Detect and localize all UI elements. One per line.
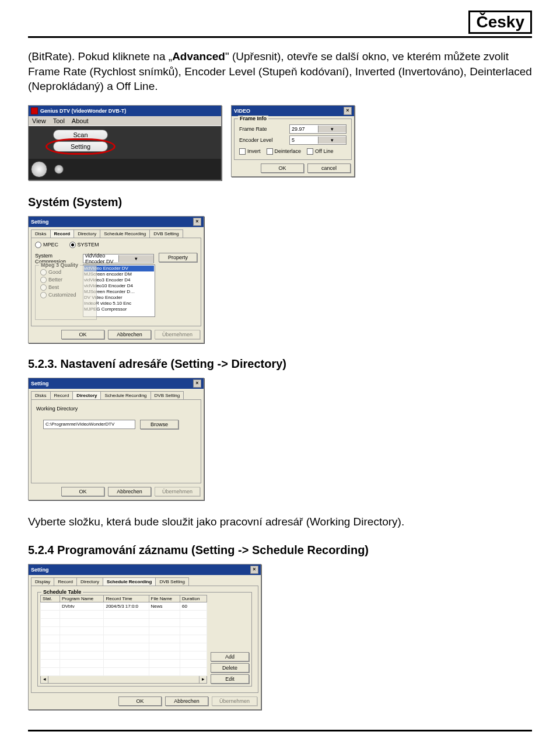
tab-directory[interactable]: Directory: [76, 577, 103, 586]
abbrechen-button[interactable]: Abbrechen: [108, 487, 151, 496]
property-button[interactable]: Property: [159, 253, 197, 262]
para-seg-a: (BitRate). Pokud kliknete na „: [28, 50, 172, 62]
menu-tool[interactable]: Tool: [53, 117, 65, 124]
table-row[interactable]: DVbtv 2004/5/3 17:0:0 News 60: [41, 602, 207, 610]
tab-dvb[interactable]: DVB Setting: [149, 229, 183, 238]
mp3-custom-radio[interactable]: Customized: [40, 292, 76, 298]
heading-524: 5.2.4 Programování záznamu (Setting -> S…: [28, 544, 532, 557]
encoder-combo[interactable]: 5▾: [289, 135, 346, 145]
add-button[interactable]: Add: [211, 652, 249, 661]
abbrechen-button[interactable]: Abbrechen: [165, 696, 208, 706]
col-program[interactable]: Program Name: [60, 595, 104, 602]
table-row[interactable]: [41, 626, 207, 635]
working-directory-input[interactable]: C:\Programme\VideoWonderDTV: [43, 420, 135, 429]
tab-disks[interactable]: Disks: [31, 229, 51, 238]
dialog-title: Setting: [31, 381, 49, 386]
abbrechen-button[interactable]: Abbrechen: [108, 330, 151, 339]
framerate-combo[interactable]: 29.97▾: [289, 124, 346, 134]
menu-view[interactable]: View: [32, 117, 46, 124]
ok-button[interactable]: OK: [118, 696, 162, 706]
ok-button[interactable]: OK: [61, 330, 104, 339]
tab-disks[interactable]: Disks: [31, 391, 51, 399]
chevron-down-icon[interactable]: ▾: [318, 126, 346, 133]
intro-paragraph: (BitRate). Pokud kliknete na „Advanced" …: [28, 49, 532, 94]
mpec-radio[interactable]: MPEC: [35, 242, 58, 248]
mp3-quality-legend: Mpeg 3 Quality: [39, 262, 80, 268]
para-seg-bold: Advanced: [172, 50, 225, 62]
deinterlace-checkbox[interactable]: Deinterlace: [267, 148, 302, 155]
system-radio[interactable]: SYSTEM: [69, 242, 99, 248]
tab-dvb[interactable]: DVB Setting: [155, 577, 189, 586]
tab-directory[interactable]: Directory: [72, 391, 101, 399]
encoder-label: Encoder Level: [239, 137, 273, 143]
tab-dvb[interactable]: DVB Setting: [150, 391, 184, 399]
dialog-title: Setting: [31, 219, 49, 225]
system-encoder-combo[interactable]: vidVideo Encoder DV▾: [83, 254, 154, 263]
ok-button[interactable]: OK: [61, 487, 104, 496]
tab-record[interactable]: Record: [54, 577, 77, 586]
offline-checkbox[interactable]: Off Line: [307, 148, 333, 155]
edit-button[interactable]: Edit: [211, 674, 249, 684]
tab-record[interactable]: Record: [50, 229, 75, 238]
schedule-table[interactable]: Stat. Program Name Record Time File Name…: [40, 595, 207, 676]
table-row[interactable]: [41, 659, 207, 667]
dialog-title: Setting: [31, 567, 49, 573]
scroll-right-icon[interactable]: ▸: [199, 676, 206, 683]
col-filename[interactable]: File Name: [149, 595, 180, 602]
uebernehmen-button[interactable]: Übernehmen: [155, 487, 200, 496]
schedule-table-legend: Schedule Table: [41, 589, 83, 595]
close-icon[interactable]: ×: [193, 379, 201, 388]
invert-checkbox[interactable]: Invert: [239, 148, 261, 155]
table-row[interactable]: [41, 635, 207, 643]
uebernehmen-button[interactable]: Übernehmen: [212, 696, 257, 706]
chevron-down-icon[interactable]: ▾: [118, 255, 154, 262]
chevron-down-icon[interactable]: ▾: [318, 137, 346, 144]
col-duration[interactable]: Duration: [180, 595, 207, 602]
toolbar-dot[interactable]: [54, 165, 64, 174]
knob-control[interactable]: [31, 161, 47, 177]
delete-button[interactable]: Delete: [211, 663, 249, 673]
scroll-left-icon[interactable]: ◂: [41, 676, 48, 683]
table-row[interactable]: [41, 618, 207, 626]
frame-info-legend: Frame Info: [238, 116, 268, 121]
tab-schedule[interactable]: Schedule Recording: [103, 577, 156, 586]
app-title: Genius DTV (VideoWonder DVB-T): [40, 108, 126, 114]
table-row[interactable]: [41, 643, 207, 651]
tab-record[interactable]: Record: [50, 391, 74, 399]
menu-about[interactable]: About: [72, 117, 89, 124]
ok-button[interactable]: OK: [261, 163, 304, 173]
rule-top: [28, 36, 532, 38]
framerate-label: Frame Rate: [239, 126, 267, 132]
close-icon[interactable]: ×: [250, 566, 258, 574]
cancel-button[interactable]: cancel: [307, 163, 351, 173]
setting-button[interactable]: Setting: [53, 141, 108, 152]
rule-bottom: [28, 730, 532, 731]
video-dialog-title: VIDEO: [234, 108, 250, 114]
mp3-best-radio[interactable]: Best: [40, 284, 59, 291]
app-icon: [31, 107, 38, 114]
language-badge: Česky: [468, 11, 532, 34]
close-icon[interactable]: ×: [344, 107, 352, 115]
browse-button[interactable]: Browse: [140, 420, 178, 429]
working-directory-label: Working Directory: [36, 406, 197, 412]
mp3-better-radio[interactable]: Better: [40, 277, 62, 283]
directory-paragraph: Vyberte složku, která bude sloužit jako …: [28, 514, 532, 529]
table-row[interactable]: [41, 610, 207, 618]
tab-directory[interactable]: Directory: [74, 229, 100, 238]
col-stat[interactable]: Stat.: [41, 595, 60, 602]
mp3-good-radio[interactable]: Good: [40, 269, 61, 276]
tab-schedule[interactable]: Schedule Recording: [100, 229, 150, 238]
col-recordtime[interactable]: Record Time: [104, 595, 149, 602]
screenshot-video-dialog: VIDEO × Frame Info Frame Rate 29.97▾ Enc…: [231, 105, 355, 177]
heading-system: Systém (System): [28, 196, 532, 209]
screenshot-system-dialog: Setting × Disks Record Directory Schedul…: [28, 216, 204, 343]
close-icon[interactable]: ×: [193, 218, 201, 226]
uebernehmen-button[interactable]: Übernehmen: [155, 330, 200, 339]
heading-523: 5.2.3. Nastavení adresáře (Setting -> Di…: [28, 357, 532, 371]
screenshot-schedule-dialog: Setting × Display Record Directory Sched…: [28, 564, 261, 710]
table-row[interactable]: [41, 667, 207, 675]
table-row[interactable]: [41, 651, 207, 659]
tab-display[interactable]: Display: [31, 577, 54, 586]
screenshot-app-main: Genius DTV (VideoWonder DVB-T) View Tool…: [28, 105, 222, 180]
tab-schedule[interactable]: Schedule Recording: [100, 391, 150, 399]
